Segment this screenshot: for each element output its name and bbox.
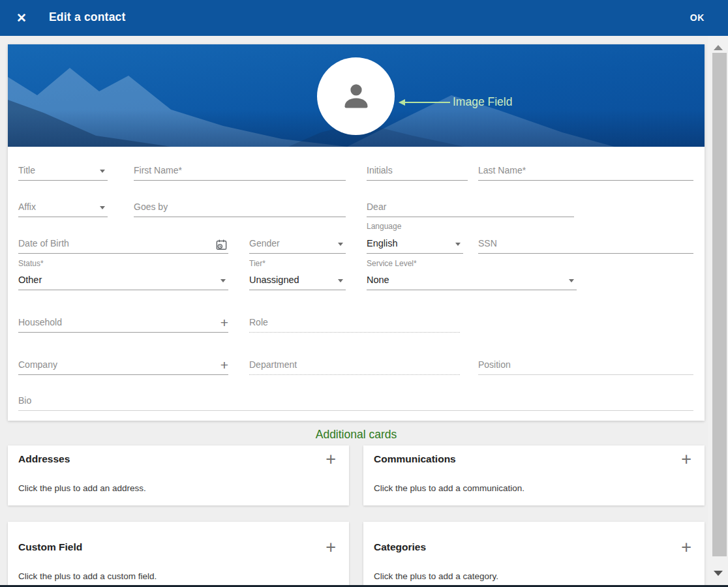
field-label: Bio (18, 395, 31, 406)
department-input[interactable]: Department (249, 355, 460, 375)
card-title: Addresses (18, 453, 70, 465)
field-label: Language (367, 222, 401, 231)
annotation-line (404, 102, 450, 103)
addresses-card: Addresses + Click the plus to add an add… (8, 445, 349, 505)
categories-card: Categories + Click the plus to add a cat… (363, 522, 705, 587)
card-hint: Click the plus to add an address. (18, 483, 146, 493)
card-title: Communications (374, 453, 456, 465)
add-address-icon[interactable]: + (326, 451, 336, 468)
add-category-icon[interactable]: + (681, 539, 691, 556)
field-label: Title (18, 165, 35, 175)
title-select[interactable]: Title (18, 161, 108, 181)
chevron-down-icon (100, 206, 105, 209)
calendar-icon[interactable] (215, 239, 228, 251)
card-hint: Click the plus to add a communication. (374, 483, 524, 493)
last-name-input[interactable]: Last Name* (478, 161, 693, 181)
tier-select[interactable]: Tier* Unassigned (249, 259, 346, 290)
field-value: English (367, 238, 398, 248)
chevron-down-icon (569, 279, 574, 282)
field-label: Role (249, 317, 268, 327)
chevron-down-icon (220, 279, 226, 282)
field-label: Household (18, 317, 62, 327)
language-select[interactable]: Language English (367, 222, 463, 254)
card-title: Custom Field (18, 541, 82, 553)
edit-contact-dialog: ✕ Edit a contact OK (0, 0, 728, 587)
field-label: Status* (18, 259, 44, 268)
contact-form-card: Image Field Title First Name* Initials L… (8, 44, 705, 421)
dialog-header: ✕ Edit a contact OK (0, 0, 728, 36)
avatar-image-field[interactable] (317, 57, 395, 135)
chevron-down-icon (100, 170, 105, 173)
field-label: Goes by (134, 202, 168, 212)
affix-select[interactable]: Affix (18, 198, 108, 217)
ssn-input[interactable]: SSN (478, 234, 693, 254)
scrollbar-thumb[interactable] (712, 53, 727, 556)
add-household-icon[interactable]: + (220, 316, 228, 329)
card-title: Categories (374, 541, 426, 553)
field-label: Dear (367, 202, 386, 212)
service-level-select[interactable]: Service Level* None (367, 259, 577, 290)
add-custom-field-icon[interactable]: + (326, 539, 336, 556)
ok-button[interactable]: OK (690, 12, 705, 23)
company-input[interactable]: Company + (18, 355, 228, 375)
field-label: First Name* (134, 165, 182, 175)
goes-by-input[interactable]: Goes by (134, 198, 346, 217)
field-label: Department (249, 359, 297, 370)
status-select[interactable]: Status* Other (18, 259, 228, 290)
custom-field-card: Custom Field + Click the plus to add a c… (8, 522, 349, 587)
scroll-down-icon[interactable] (714, 571, 723, 576)
field-value: Unassigned (249, 275, 299, 285)
bio-input[interactable]: Bio (18, 391, 693, 411)
field-value: Other (18, 275, 42, 285)
banner-image: Image Field (8, 44, 705, 147)
field-label: Position (478, 359, 511, 370)
field-label: Date of Birth (18, 238, 69, 248)
scroll-up-icon[interactable] (714, 45, 723, 50)
field-label: SSN (478, 238, 497, 248)
field-label: Gender (249, 238, 280, 248)
field-label: Affix (18, 202, 36, 212)
card-hint: Click the plus to add a category. (374, 571, 498, 581)
chevron-down-icon (338, 279, 343, 282)
household-input[interactable]: Household + (18, 313, 228, 333)
vertical-scrollbar[interactable] (708, 36, 728, 587)
role-input[interactable]: Role (249, 313, 460, 333)
field-label: Company (18, 359, 57, 370)
add-communication-icon[interactable]: + (681, 451, 691, 468)
field-label: Initials (367, 165, 393, 175)
field-value: None (367, 275, 389, 285)
initials-input[interactable]: Initials (367, 161, 468, 181)
image-field-annotation: Image Field (453, 95, 512, 109)
person-icon (338, 78, 374, 115)
gender-select[interactable]: Gender (249, 234, 346, 254)
additional-cards-annotation: Additional cards (8, 428, 705, 442)
dear-input[interactable]: Dear (367, 198, 574, 217)
communications-card: Communications + Click the plus to add a… (363, 445, 705, 505)
field-label: Last Name* (478, 165, 526, 175)
chevron-down-icon (455, 243, 461, 246)
chevron-down-icon (338, 243, 343, 246)
position-input[interactable]: Position (478, 355, 693, 375)
card-hint: Click the plus to add a custom field. (18, 571, 157, 581)
dialog-title: Edit a contact (49, 10, 126, 24)
close-icon[interactable]: ✕ (12, 9, 31, 27)
field-label: Tier* (249, 259, 265, 268)
first-name-input[interactable]: First Name* (134, 161, 346, 181)
add-company-icon[interactable]: + (220, 358, 228, 372)
field-label: Service Level* (367, 259, 417, 268)
date-of-birth-input[interactable]: Date of Birth (18, 234, 228, 254)
